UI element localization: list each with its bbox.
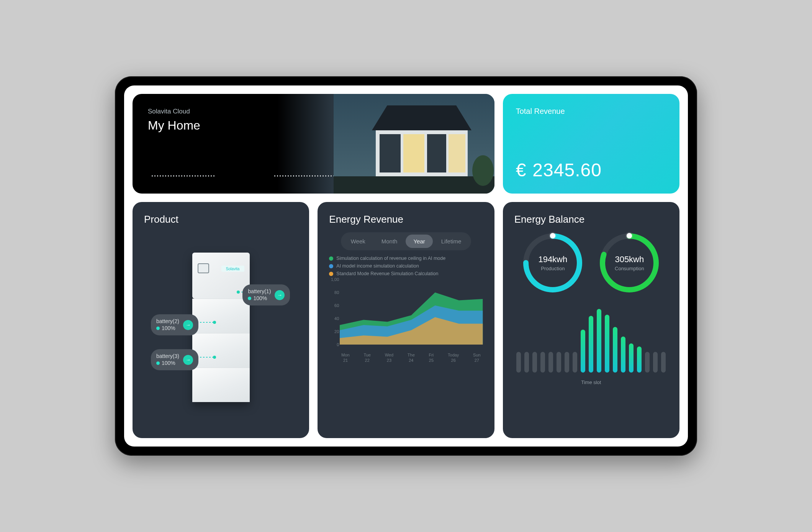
timeslot-bar[interactable] — [557, 352, 561, 373]
battery-pct: 100% — [253, 295, 267, 301]
gauge-label: Production — [541, 266, 565, 271]
x-tick: Fri25 — [429, 353, 434, 363]
chart-legend: Simulation calculation of revenue ceilin… — [329, 256, 483, 276]
legend-dot-icon — [329, 256, 333, 261]
battery-label: battery(2) — [156, 318, 179, 325]
house-illustration — [334, 94, 494, 194]
total-revenue-card[interactable]: Total Revenue € 2345.60 — [503, 94, 679, 194]
period-tab-year[interactable]: Year — [406, 235, 432, 248]
timeslot-bar[interactable] — [661, 352, 666, 373]
battery-pct: 100% — [162, 360, 175, 366]
battery-module-3 — [192, 368, 250, 402]
revenue-label: Total Revenue — [516, 107, 666, 116]
hero-text: Solavita Cloud My Home — [148, 108, 200, 133]
svg-rect-6 — [449, 134, 465, 172]
x-tick: Sun27 — [473, 353, 481, 363]
y-tick: 20 — [329, 329, 339, 334]
y-tick: 80 — [329, 290, 339, 295]
period-tab-week[interactable]: Week — [343, 235, 373, 248]
y-tick: 0 — [329, 342, 339, 347]
hero-title: My Home — [148, 118, 200, 133]
arrow-right-icon[interactable]: → — [275, 290, 285, 300]
hero-subtitle: Solavita Cloud — [148, 108, 200, 115]
timeslot-label: Time slot — [514, 379, 668, 385]
x-tick: The24 — [408, 353, 415, 363]
currency-symbol: € — [516, 159, 527, 181]
timeslot-bar[interactable] — [589, 316, 593, 373]
period-tab-lifetime[interactable]: Lifetime — [434, 235, 469, 248]
hero-indicator-dots — [151, 175, 339, 177]
timeslot-bar[interactable] — [532, 352, 537, 373]
svg-point-8 — [472, 155, 494, 186]
battery-module-2 — [192, 333, 250, 368]
energy-balance-card: Energy Balance 194kwhProduction305kwhCon… — [503, 202, 679, 438]
gauge-consumption: 305kwhConsumption — [599, 232, 660, 294]
svg-rect-4 — [403, 134, 424, 172]
legend-text: Simulation calculation of revenue ceilin… — [336, 256, 445, 261]
timeslot-bar[interactable] — [629, 343, 634, 373]
timeslot-bar[interactable] — [548, 352, 553, 373]
svg-rect-5 — [427, 134, 446, 172]
timeslot-bar[interactable] — [645, 352, 650, 373]
legend-dot-icon — [329, 264, 333, 268]
y-tick: 40 — [329, 316, 339, 321]
tablet-frame: Solavita Cloud My Home — [115, 76, 697, 456]
battery-pct: 100% — [162, 325, 175, 331]
battery-label: battery(1) — [248, 288, 271, 295]
legend-item: Simulation calculation of revenue ceilin… — [329, 256, 483, 261]
x-tick: Mon21 — [341, 353, 349, 363]
energy-revenue-title: Energy Revenue — [329, 213, 483, 225]
timeslot-bar[interactable] — [573, 352, 577, 373]
energy-revenue-card: Energy Revenue WeekMonthYearLifetime Sim… — [318, 202, 494, 438]
svg-rect-7 — [334, 176, 494, 194]
period-segmented: WeekMonthYearLifetime — [341, 232, 471, 250]
arrow-right-icon[interactable]: → — [183, 355, 193, 365]
timeslot-bar[interactable] — [581, 330, 585, 373]
home-hero-card[interactable]: Solavita Cloud My Home — [133, 94, 494, 194]
battery-pill-1[interactable]: battery(1) 100% → — [242, 284, 290, 305]
period-tab-month[interactable]: Month — [374, 235, 405, 248]
y-tick: 60 — [329, 303, 339, 308]
x-axis: Mon21Tue22Wed23The24Fri25Today26Sun27 — [329, 353, 483, 363]
gauge-value: 305kwh — [615, 255, 644, 264]
arrow-right-icon[interactable]: → — [183, 320, 193, 330]
timeslot-bar[interactable] — [621, 337, 625, 373]
revenue-value: € 2345.60 — [516, 159, 666, 181]
battery-pill-2[interactable]: battery(2) 100% → — [151, 314, 198, 335]
brand-badge: Solavita — [221, 266, 244, 272]
screen: Solavita Cloud My Home — [124, 85, 688, 447]
product-stage: Solavita battery(1) 100% → — [144, 232, 298, 422]
legend-item: Standard Mode Revenue Simulation Calcula… — [329, 271, 483, 276]
status-dot-icon — [156, 327, 160, 330]
x-tick: Tue22 — [363, 353, 371, 363]
timeslot-bar[interactable] — [565, 352, 569, 373]
timeslot-bar[interactable] — [613, 327, 617, 373]
legend-item: AI model income simulation calculation — [329, 263, 483, 269]
y-tick: 1,00 — [329, 277, 339, 282]
gauge-value: 194kwh — [538, 255, 567, 264]
timeslot-bar[interactable] — [653, 352, 658, 373]
product-title: Product — [144, 213, 298, 225]
battery-module-1 — [192, 299, 250, 333]
timeslot-bar[interactable] — [605, 315, 609, 373]
x-tick: Wed23 — [385, 353, 393, 363]
svg-marker-1 — [372, 105, 471, 130]
legend-dot-icon — [329, 272, 333, 276]
x-tick: Today26 — [448, 353, 459, 363]
timeslot-bar[interactable] — [540, 352, 545, 373]
timeslot-bar[interactable] — [524, 352, 529, 373]
product-card: Product Solavita battery(1) 100% — [133, 202, 309, 438]
status-dot-icon — [156, 361, 160, 365]
battery-label: battery(3) — [156, 353, 179, 360]
battery-stack: Solavita — [192, 253, 250, 402]
gauges: 194kwhProduction305kwhConsumption — [514, 232, 668, 294]
timeslot-bar[interactable] — [597, 309, 601, 373]
battery-pill-3[interactable]: battery(3) 100% → — [151, 349, 198, 370]
timeslot-bar[interactable] — [516, 352, 521, 373]
legend-text: AI model income simulation calculation — [336, 263, 419, 269]
timeslot-bar[interactable] — [637, 346, 642, 373]
svg-rect-3 — [380, 134, 401, 172]
gauge-label: Consumption — [615, 266, 644, 271]
revenue-amount: 2345.60 — [532, 159, 602, 181]
status-dot-icon — [248, 297, 251, 300]
